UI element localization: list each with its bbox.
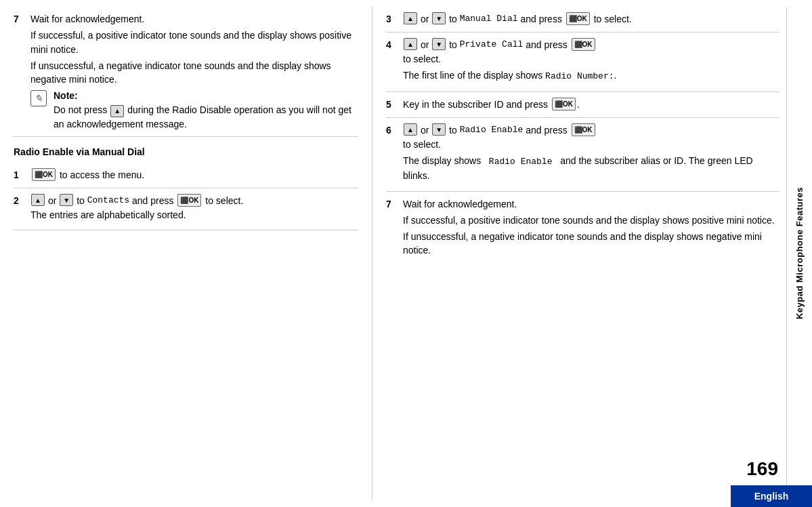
down-arrow-btn-2: ▼ (60, 194, 73, 206)
step-2-to: to (77, 194, 85, 208)
pencil-icon: ✎ (30, 90, 47, 106)
main-content: 7 Wait for acknowledgement. If successfu… (0, 0, 812, 507)
ok-btn-5: ⬛OK (552, 98, 576, 110)
step-7-right-content: Wait for acknowledgement. If successful,… (400, 197, 779, 260)
note-content: Note: Do not press ▲ during the Radio Di… (54, 90, 358, 131)
step-number-1: 1 (14, 168, 27, 182)
step-6-to-select: to select. (403, 138, 779, 151)
ok-btn-1: ⬛OK (32, 168, 56, 181)
note-text: Do not press ▲ during the Radio Disable … (54, 103, 358, 131)
step-7-right: 7 Wait for acknowledgement. If successfu… (386, 192, 779, 266)
step-number-5: 5 (386, 98, 400, 112)
step-3-or: or (421, 12, 429, 26)
step-3-right: 3 ▲ or ▼ to Manual Dial and press ⬛OK (386, 7, 779, 33)
ok-btn-6: ⬛OK (572, 123, 595, 136)
step-1-text: to access the menu. (60, 168, 144, 182)
step-2-inline: ▲ or ▼ to Contacts and press ⬛OK to sele… (30, 194, 358, 208)
step-4-right: 4 ▲ or ▼ to Private Call and press ⬛OK (386, 33, 779, 92)
page-number: 169 (746, 458, 778, 480)
step-5-text: Key in the subscriber ID and press (403, 98, 548, 112)
section-heading-block: Radio Enable via Manual Dial (14, 137, 358, 163)
step-1-inline: ⬛OK to access the menu. (30, 168, 358, 182)
step-4-to-select: to select. (403, 52, 779, 66)
up-arrow-btn-6: ▲ (404, 123, 417, 136)
step-7-para2: If unsuccessful, a negative indicator to… (30, 59, 358, 87)
step-2-to-select: to select. (205, 194, 243, 208)
step-6-and-press: and press (526, 123, 567, 138)
up-arrow-btn-note: ▲ (110, 105, 124, 117)
step-1-content: ⬛OK to access the menu. (27, 168, 358, 182)
step-3-and-press: and press (520, 12, 561, 26)
step-5-inline: Key in the subscriber ID and press ⬛OK . (403, 98, 779, 112)
step-4-mono2: Radio Number: (545, 71, 614, 81)
note-text-pre: Do not press (54, 104, 107, 115)
step-number-7-right: 7 (386, 197, 400, 260)
note-box: ✎ Note: Do not press ▲ during the Radio … (30, 90, 358, 131)
step-4-mono: Private Call (460, 38, 523, 52)
step-7-right-para1: If successful, a positive indicator tone… (403, 214, 779, 227)
step-7-right-title: Wait for acknowledgement. (403, 197, 779, 211)
step-4-or: or (421, 38, 429, 52)
step-3-content: ▲ or ▼ to Manual Dial and press ⬛OK to s… (400, 12, 779, 26)
sidebar-right: Keypad Microphone Features (786, 7, 812, 500)
ok-btn-2: ⬛OK (177, 194, 201, 207)
step-4-and-press: and press (526, 38, 567, 52)
step-3-to: to (449, 12, 457, 26)
step-number-4: 4 (386, 38, 400, 86)
step-6-mono2: Radio Enable (489, 157, 553, 167)
step-5-content: Key in the subscriber ID and press ⬛OK . (400, 98, 779, 112)
step-7-title: Wait for acknowledgement. (30, 12, 358, 26)
up-arrow-btn-2: ▲ (31, 194, 45, 206)
step-7-para1: If successful, a positive indicator tone… (30, 28, 358, 56)
note-icon: ✎ (30, 90, 49, 131)
step-7-right-para2: If unsuccessful, a negative indicator to… (403, 230, 779, 258)
english-badge: English (731, 485, 812, 507)
step-1-left: 1 ⬛OK to access the menu. (14, 163, 358, 188)
step-5-post: . (577, 98, 580, 112)
step-4-to: to (449, 38, 457, 52)
step-6-mono: Radio Enable (460, 123, 523, 137)
step-6-inline: ▲ or ▼ to Radio Enable and press ⬛OK (403, 123, 779, 138)
step-5-right: 5 Key in the subscriber ID and press ⬛OK… (386, 92, 779, 118)
step-7-left-content: Wait for acknowledgement. If successful,… (27, 12, 358, 131)
down-arrow-btn-3: ▼ (432, 12, 446, 24)
left-column: 7 Wait for acknowledgement. If successfu… (14, 7, 372, 500)
step-4-sub: The first line of the display shows Radi… (403, 68, 779, 83)
step-4-content: ▲ or ▼ to Private Call and press ⬛OK to … (400, 38, 779, 86)
step-4-inline: ▲ or ▼ to Private Call and press ⬛OK (403, 38, 779, 52)
step-number-2: 2 (14, 194, 27, 224)
up-arrow-btn-4: ▲ (404, 38, 417, 50)
section-heading: Radio Enable via Manual Dial (14, 146, 358, 157)
step-6-right: 6 ▲ or ▼ to Radio Enable and press ⬛OK (386, 118, 779, 191)
right-column: 3 ▲ or ▼ to Manual Dial and press ⬛OK (372, 7, 786, 500)
step-2-and-press: and press (132, 194, 173, 208)
step-2-mono: Contacts (87, 194, 129, 207)
step-2-sub: The entries are alphabetically sorted. (30, 208, 358, 222)
down-arrow-btn-6: ▼ (432, 123, 446, 136)
sidebar-label: Keypad Microphone Features (794, 187, 805, 319)
note-title: Note: (54, 90, 358, 101)
step-2-or: or (48, 194, 56, 208)
step-number-6: 6 (386, 123, 400, 185)
step-number-3: 3 (386, 12, 400, 26)
step-3-mono: Manual Dial (460, 12, 518, 26)
step-6-to: to (449, 123, 457, 138)
down-arrow-btn-4: ▼ (432, 38, 446, 50)
ok-btn-4: ⬛OK (572, 38, 595, 51)
step-6-or: or (421, 123, 429, 138)
step-2-left: 2 ▲ or ▼ to Contacts and press ⬛OK (14, 188, 358, 230)
step-3-to-select: to select. (594, 12, 632, 26)
step-6-sub: The display shows Radio Enable and the s… (403, 154, 779, 182)
step-3-inline: ▲ or ▼ to Manual Dial and press ⬛OK to s… (403, 12, 779, 26)
step-6-content: ▲ or ▼ to Radio Enable and press ⬛OK to … (400, 123, 779, 185)
step-7-left: 7 Wait for acknowledgement. If successfu… (14, 7, 358, 137)
step-number-7-left: 7 (14, 12, 27, 131)
up-arrow-btn-3: ▲ (404, 12, 417, 24)
ok-btn-3: ⬛OK (566, 12, 590, 25)
step-2-content: ▲ or ▼ to Contacts and press ⬛OK to sele… (27, 194, 358, 224)
